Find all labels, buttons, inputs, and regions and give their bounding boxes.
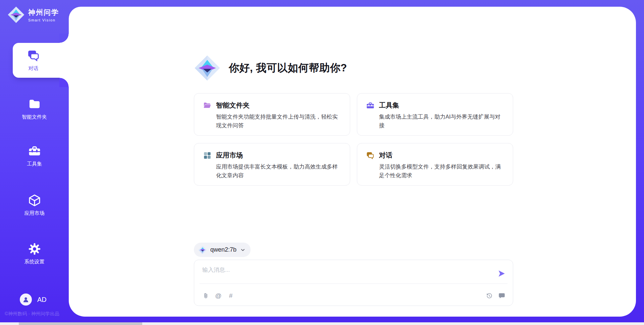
card-title: 应用市场 (216, 151, 243, 160)
sidebar-item-smart-folder[interactable]: 智能文件夹 (0, 91, 69, 126)
scrollbar-thumb[interactable] (19, 322, 142, 325)
attachment-icon[interactable] (202, 292, 210, 300)
chat-bubbles-icon (27, 49, 40, 62)
card-toolset[interactable]: 工具集 集成市场上主流工具，助力AI与外界无缝扩展与对接 (357, 93, 513, 136)
greeting-block: 你好, 我可以如何帮助你? (194, 55, 347, 81)
sidebar-item-app-market[interactable]: 应用市场 (0, 188, 69, 222)
card-title: 工具集 (379, 101, 399, 110)
card-chat[interactable]: 对话 灵活切换多模型文件，支持多样回复效果调试，满足个性化需求 (357, 143, 513, 186)
model-name: qwen2:7b (210, 246, 236, 253)
composer-toolbar: @ # (202, 283, 505, 306)
chevron-down-icon (240, 247, 246, 253)
send-icon[interactable] (497, 269, 506, 278)
grid-icon (203, 151, 212, 160)
folder-icon (28, 97, 41, 111)
comment-icon[interactable] (498, 292, 505, 300)
brand-logo-icon (7, 6, 25, 23)
copyright-text: ©神州数码 · 神州问学出品 (5, 311, 59, 317)
card-title: 对话 (379, 151, 392, 160)
card-description: 应用市场提供丰富长文本模板，助力高效生成多样化文章内容 (194, 160, 350, 180)
person-icon (22, 296, 30, 304)
open-folder-icon (203, 101, 212, 110)
sidebar-item-settings[interactable]: 系统设置 (0, 236, 69, 271)
sidebar-item-toolset[interactable]: 工具集 (0, 138, 69, 173)
user-initials: AD (37, 296, 47, 304)
card-title: 智能文件夹 (216, 101, 250, 110)
user-profile[interactable]: AD (20, 294, 47, 306)
brand: 神州问学 Smart Vision (7, 6, 59, 23)
sidebar: 神州问学 Smart Vision 对话 智能文件夹 (0, 0, 69, 325)
sidebar-item-chat[interactable]: 对话 (13, 43, 69, 78)
feature-cards: 智能文件夹 智能文件夹功能支持批量文件上传与清洗，轻松实现文件问答 工具集 (194, 93, 513, 186)
brand-subtitle: Smart Vision (28, 18, 59, 22)
composer: @ # (194, 260, 513, 306)
sidebar-item-label: 系统设置 (24, 259, 45, 265)
card-description: 集成市场上主流工具，助力AI与外界无缝扩展与对接 (357, 110, 513, 130)
toolbox-icon (28, 144, 41, 158)
toolbox-icon (366, 101, 375, 110)
gear-icon (28, 242, 41, 256)
sidebar-item-label: 智能文件夹 (22, 114, 47, 120)
horizontal-scrollbar[interactable] (0, 322, 644, 325)
hashtag-icon[interactable]: # (227, 292, 234, 300)
sidebar-item-label: 应用市场 (24, 210, 45, 216)
card-smart-folder[interactable]: 智能文件夹 智能文件夹功能支持批量文件上传与清洗，轻松实现文件问答 (194, 93, 350, 136)
brand-name: 神州问学 (28, 8, 59, 17)
card-app-market[interactable]: 应用市场 应用市场提供丰富长文本模板，助力高效生成多样化文章内容 (194, 143, 350, 186)
mention-icon[interactable]: @ (215, 292, 222, 300)
card-description: 智能文件夹功能支持批量文件上传与清洗，轻松实现文件问答 (194, 110, 350, 130)
main-panel: 你好, 我可以如何帮助你? 智能文件夹 智能文件夹功能支持批量文件上传与清洗，轻… (69, 7, 636, 317)
assistant-logo-icon (194, 55, 221, 81)
history-icon[interactable] (486, 292, 493, 300)
model-selector[interactable]: qwen2:7b (194, 243, 251, 257)
cube-icon (28, 194, 41, 207)
greeting-title: 你好, 我可以如何帮助你? (229, 61, 347, 75)
card-description: 灵活切换多模型文件，支持多样回复效果调试，满足个性化需求 (357, 160, 513, 180)
chat-bubbles-icon (366, 151, 375, 160)
sidebar-item-label: 工具集 (27, 161, 42, 167)
model-logo-icon (198, 246, 207, 254)
message-input[interactable] (194, 260, 483, 282)
avatar (20, 294, 32, 306)
sidebar-item-label: 对话 (29, 65, 39, 72)
